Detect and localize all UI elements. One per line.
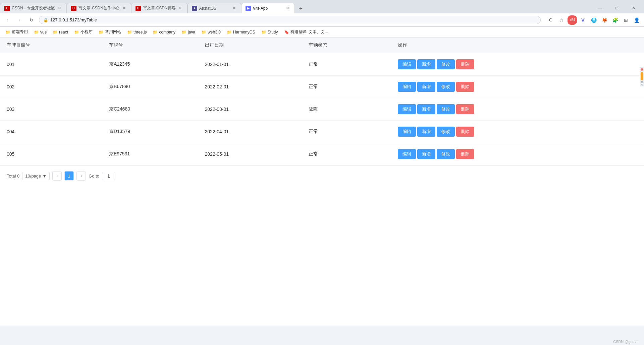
bookmark-前端专用[interactable]: 📁前端专用 (3, 28, 31, 36)
cell-action: 编辑新增修改删除 (391, 98, 644, 121)
修改-button-row-3[interactable]: 修改 (437, 127, 455, 137)
删除-button-row-1[interactable]: 删除 (456, 82, 474, 92)
tab-vite[interactable]: ▶Vite App✕ (241, 3, 295, 13)
bookmark-常用网站[interactable]: 📁常用网站 (96, 28, 124, 36)
pagination-bar: Total 0 10/page ▼ ‹ 1 › Go to (0, 165, 644, 186)
tab-close-csdn2[interactable]: ✕ (121, 6, 127, 11)
col-header-action: 操作 (391, 38, 644, 53)
window-controls: — □ ✕ (592, 3, 644, 13)
新增-button-row-2[interactable]: 新增 (417, 104, 435, 114)
tab-favicon-vite: ▶ (246, 6, 251, 11)
编辑-button-row-2[interactable]: 编辑 (398, 104, 416, 114)
page-1-button[interactable]: 1 (64, 171, 74, 181)
bookmark-Study[interactable]: 📁Study (259, 29, 281, 36)
修改-button-row-0[interactable]: 修改 (437, 59, 455, 69)
编辑-button-row-1[interactable]: 编辑 (398, 82, 416, 92)
修改-button-row-2[interactable]: 修改 (437, 104, 455, 114)
tab-csdn1[interactable]: CCSDN - 专业开发者社区✕ (0, 3, 67, 13)
tab-close-csdn1[interactable]: ✕ (57, 6, 62, 11)
ext4-icon[interactable]: 🧩 (610, 15, 620, 25)
cell-plate: 京E97531 (102, 143, 198, 165)
tab-bar: CCSDN - 专业开发者社区✕C写文章-CSDN创作中心✕C写文章-CSDN博… (0, 0, 644, 13)
bookmark-icon[interactable]: ☆ (557, 15, 566, 25)
bookmark-vue[interactable]: 📁vue (31, 29, 49, 36)
prev-page-button[interactable]: ‹ (52, 171, 62, 181)
address-bar: ‹ › ↻ 🔒 127.0.0.1:5173/myTable G ☆ +54 V… (0, 13, 644, 27)
新增-button-row-1[interactable]: 新增 (417, 82, 435, 92)
new-tab-button[interactable]: + (296, 4, 306, 13)
新增-button-row-0[interactable]: 新增 (417, 59, 435, 69)
bookmark-有道翻译_文本、文...[interactable]: 🔖有道翻译_文本、文... (281, 28, 331, 36)
refresh-button[interactable]: ↻ (27, 15, 36, 25)
tab-favicon-csdn3: C (136, 6, 141, 11)
bookmark-folder-icon: 📁 (53, 30, 58, 34)
tab-close-csdn3[interactable]: ✕ (178, 6, 183, 11)
新增-button-row-4[interactable]: 新增 (417, 149, 435, 159)
bookmark-company[interactable]: 📁company (150, 29, 178, 36)
删除-button-row-3[interactable]: 删除 (456, 127, 474, 137)
cell-plate: 京D13579 (102, 121, 198, 143)
tab-title-csdn3: 写文章-CSDN博客 (143, 5, 176, 11)
close-button[interactable]: ✕ (626, 3, 641, 13)
cell-id: 002 (0, 76, 102, 98)
minimize-button[interactable]: — (592, 3, 608, 13)
extension-badge[interactable]: +54 (568, 15, 577, 25)
bookmark-小程序[interactable]: 📁小程序 (71, 28, 95, 36)
编辑-button-row-0[interactable]: 编辑 (398, 59, 416, 69)
新增-button-row-3[interactable]: 新增 (417, 127, 435, 137)
删除-button-row-0[interactable]: 删除 (456, 59, 474, 69)
table-header-row: 车牌自编号 车牌号 出厂日期 车辆状态 操作 (0, 38, 644, 53)
bookmark-web3.0[interactable]: 📁web3.0 (199, 29, 223, 36)
forward-button[interactable]: › (15, 15, 24, 25)
编辑-button-row-4[interactable]: 编辑 (398, 149, 416, 159)
删除-button-row-4[interactable]: 删除 (456, 149, 474, 159)
translate-icon[interactable]: G (546, 15, 555, 25)
table-header: 车牌自编号 车牌号 出厂日期 车辆状态 操作 (0, 38, 644, 53)
tab-ai[interactable]: ✦AIchatOS✕ (187, 3, 241, 13)
sidebar-bar (641, 72, 643, 80)
tab-csdn3[interactable]: C写文章-CSDN博客✕ (131, 3, 187, 13)
bookmark-folder-icon: 📁 (201, 30, 206, 34)
table-row: 001京A123452022-01-01正常编辑新增修改删除 (0, 53, 644, 76)
maximize-button[interactable]: □ (609, 3, 625, 13)
url-bar[interactable]: 🔒 127.0.0.1:5173/myTable (39, 16, 541, 24)
tab-close-vite[interactable]: ✕ (285, 6, 290, 11)
bookmark-folder-icon: 📁 (127, 30, 132, 34)
next-page-button[interactable]: › (76, 171, 86, 181)
cell-status: 正常 (302, 121, 391, 143)
编辑-button-row-3[interactable]: 编辑 (398, 127, 416, 137)
bookmark-folder-icon: 📁 (227, 30, 232, 34)
cell-id: 005 (0, 143, 102, 165)
修改-button-row-1[interactable]: 修改 (437, 82, 455, 92)
goto-input[interactable] (102, 172, 115, 180)
cell-plate: 京C24680 (102, 98, 198, 121)
page-size-select[interactable]: 10/page ▼ (22, 172, 50, 180)
tab-close-ai[interactable]: ✕ (231, 6, 237, 11)
bookmark-react[interactable]: 📁react (50, 29, 71, 36)
tab-favicon-csdn1: C (4, 6, 10, 11)
bookmarks-bar: 📁前端专用📁vue📁react📁小程序📁常用网站📁three.js📁compan… (0, 27, 644, 38)
sidebar-notification: 1 (641, 68, 643, 71)
tab-title-vite: Vite App (253, 6, 283, 11)
bookmark-three.js[interactable]: 📁three.js (124, 29, 149, 36)
bookmark-folder-icon: 📁 (99, 30, 104, 34)
ext1-icon[interactable]: V (578, 15, 588, 25)
tab-csdn2[interactable]: C写文章-CSDN创作中心✕ (67, 3, 131, 13)
tab-favicon-csdn2: C (71, 6, 76, 11)
back-button[interactable]: ‹ (3, 15, 12, 25)
cell-date: 2022-03-01 (198, 98, 302, 121)
删除-button-row-2[interactable]: 删除 (456, 104, 474, 114)
data-table: 车牌自编号 车牌号 出厂日期 车辆状态 操作 001京A123452022-01… (0, 38, 644, 165)
table-row: 005京E975312022-05-01正常编辑新增修改删除 (0, 143, 644, 165)
sidebar-toggle[interactable]: ⊞ (621, 15, 631, 25)
bookmark-java[interactable]: 📁java (179, 29, 198, 36)
page-content: 车牌自编号 车牌号 出厂日期 车辆状态 操作 001京A123452022-01… (0, 38, 644, 326)
ext2-icon[interactable]: 🌐 (589, 15, 598, 25)
cell-action: 编辑新增修改删除 (391, 121, 644, 143)
table-row: 003京C246802022-03-01故障编辑新增修改删除 (0, 98, 644, 121)
bookmark-HarmonyOS[interactable]: 📁HarmonyOS (224, 29, 258, 36)
bookmark-folder-icon: 📁 (5, 30, 10, 34)
profile-icon[interactable]: 👤 (632, 15, 641, 25)
修改-button-row-4[interactable]: 修改 (437, 149, 455, 159)
ext3-icon[interactable]: 🦊 (600, 15, 609, 25)
